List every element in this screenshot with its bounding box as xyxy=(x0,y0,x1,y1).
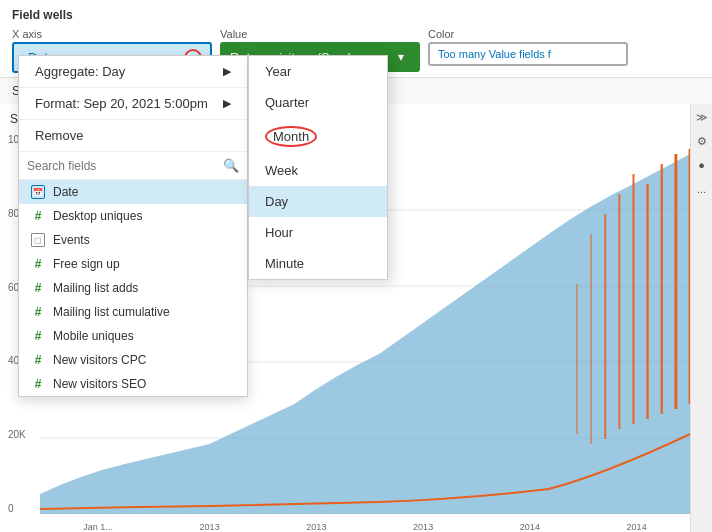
aggregate-chevron-icon: ▶ xyxy=(223,65,231,78)
field-name: Mobile uniques xyxy=(53,329,134,343)
submenu-year[interactable]: Year xyxy=(249,56,387,87)
right-sidebar: ≫ ⚙ ● ... xyxy=(690,104,712,532)
measure-icon: # xyxy=(31,377,45,391)
x-label-4: 2013 xyxy=(413,522,433,532)
dropdown-main: Aggregate: Day ▶ Format: Sep 20, 2021 5:… xyxy=(18,55,248,397)
list-item[interactable]: ▢ Events xyxy=(19,228,247,252)
dot-icon[interactable]: ● xyxy=(693,156,711,174)
x-axis-label: X axis xyxy=(12,28,212,40)
list-item[interactable]: # Mobile uniques xyxy=(19,324,247,348)
submenu-quarter-label: Quarter xyxy=(265,95,309,110)
aggregate-item[interactable]: Aggregate: Day ▶ xyxy=(19,56,247,88)
more-icon[interactable]: ... xyxy=(693,180,711,198)
field-name: Events xyxy=(53,233,90,247)
dropdown-overlay: Aggregate: Day ▶ Format: Sep 20, 2021 5:… xyxy=(18,55,388,397)
list-item[interactable]: # Desktop uniques xyxy=(19,204,247,228)
search-box: 🔍 xyxy=(19,152,247,180)
color-value: Too many Value fields f xyxy=(438,48,551,60)
format-item[interactable]: Format: Sep 20, 2021 5:00pm ▶ xyxy=(19,88,247,120)
color-label: Color xyxy=(428,28,628,40)
x-label-6: 2014 xyxy=(627,522,647,532)
field-name: Free sign up xyxy=(53,257,120,271)
field-list: 📅 Date # Desktop uniques ▢ Events # Free… xyxy=(19,180,247,396)
x-label-5: 2014 xyxy=(520,522,540,532)
submenu-minute-label: Minute xyxy=(265,256,304,271)
x-label-2: 2013 xyxy=(200,522,220,532)
field-name: Mailing list adds xyxy=(53,281,138,295)
settings-icon[interactable]: ⚙ xyxy=(693,132,711,150)
measure-icon: # xyxy=(31,257,45,271)
list-item[interactable]: # Mailing list adds xyxy=(19,276,247,300)
x-axis: Jan 1... 2013 2013 2013 2014 2014 xyxy=(40,522,690,532)
submenu-hour[interactable]: Hour xyxy=(249,217,387,248)
format-label: Format: Sep 20, 2021 5:00pm xyxy=(35,96,208,111)
list-item[interactable]: 📅 Date xyxy=(19,180,247,204)
expand-icon[interactable]: ≫ xyxy=(693,108,711,126)
aggregate-submenu: Year Quarter Month Week Day Hour Minute xyxy=(248,55,388,280)
value-label: Value xyxy=(220,28,420,40)
measure-icon: # xyxy=(31,209,45,223)
submenu-month-label: Month xyxy=(265,126,317,147)
search-icon: 🔍 xyxy=(223,158,239,173)
y-axis-0: 0 xyxy=(8,503,31,514)
field-wells-label: Field wells xyxy=(12,8,700,22)
measure-icon: # xyxy=(31,329,45,343)
submenu-minute[interactable]: Minute xyxy=(249,248,387,279)
measure-icon: # xyxy=(31,305,45,319)
color-box[interactable]: Too many Value fields f xyxy=(428,42,628,66)
submenu-hour-label: Hour xyxy=(265,225,293,240)
x-label-3: 2013 xyxy=(306,522,326,532)
list-item[interactable]: # New visitors CPC xyxy=(19,348,247,372)
field-name: Date xyxy=(53,185,78,199)
aggregate-label: Aggregate: Day xyxy=(35,64,125,79)
list-item[interactable]: # Mailing list cumulative xyxy=(19,300,247,324)
remove-item[interactable]: Remove xyxy=(19,120,247,152)
measure-icon: # xyxy=(31,281,45,295)
y-axis-20k: 20K xyxy=(8,429,31,440)
color-well: Color Too many Value fields f xyxy=(428,28,628,66)
field-name: Mailing list cumulative xyxy=(53,305,170,319)
value-chevron-icon[interactable]: ▾ xyxy=(392,48,410,66)
remove-label: Remove xyxy=(35,128,83,143)
measure-icon: # xyxy=(31,353,45,367)
list-item[interactable]: # New visitors SEO xyxy=(19,372,247,396)
submenu-day[interactable]: Day xyxy=(249,186,387,217)
submenu-day-label: Day xyxy=(265,194,288,209)
submenu-year-label: Year xyxy=(265,64,291,79)
search-input[interactable] xyxy=(27,159,217,173)
dimension-icon: ▢ xyxy=(31,233,45,247)
field-name: New visitors CPC xyxy=(53,353,146,367)
submenu-week-label: Week xyxy=(265,163,298,178)
submenu-quarter[interactable]: Quarter xyxy=(249,87,387,118)
x-label-1: Jan 1... xyxy=(83,522,113,532)
submenu-week[interactable]: Week xyxy=(249,155,387,186)
format-chevron-icon: ▶ xyxy=(223,97,231,110)
date-icon: 📅 xyxy=(31,185,45,199)
submenu-month[interactable]: Month xyxy=(249,118,387,155)
list-item[interactable]: # Free sign up xyxy=(19,252,247,276)
field-name: Desktop uniques xyxy=(53,209,142,223)
field-name: New visitors SEO xyxy=(53,377,146,391)
